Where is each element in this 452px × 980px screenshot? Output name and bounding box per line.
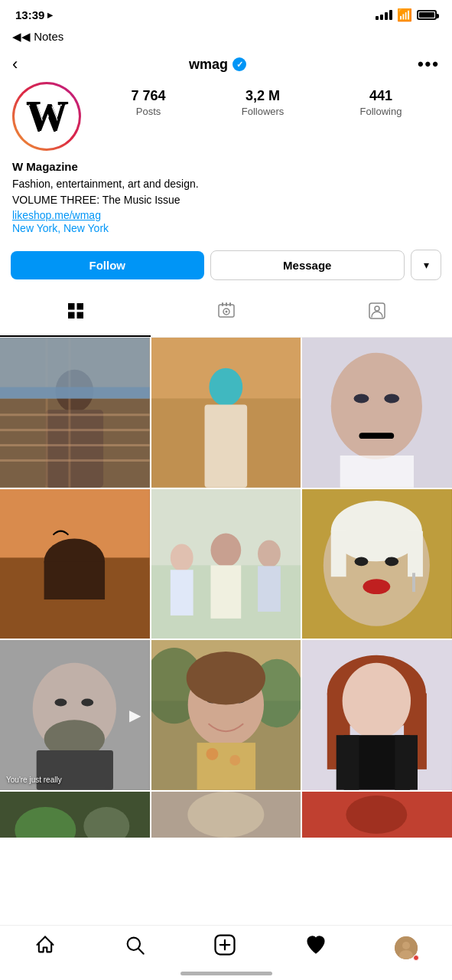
display-name: W Magazine — [12, 160, 440, 173]
nav-profile[interactable] — [395, 936, 418, 959]
svg-rect-18 — [0, 444, 150, 446]
status-bar: 13:39 ▸ 📶 — [0, 0, 452, 27]
followers-count: 3,2 M — [242, 88, 285, 104]
svg-rect-88 — [395, 736, 418, 791]
svg-rect-56 — [331, 531, 346, 577]
svg-rect-1 — [76, 303, 83, 310]
svg-rect-7 — [229, 302, 231, 306]
svg-point-60 — [363, 579, 391, 594]
followers-label: Followers — [242, 106, 285, 117]
bio-location: New York, New York — [12, 222, 440, 234]
svg-point-76 — [186, 652, 265, 705]
grid-item[interactable]: ▶ You're just really — [0, 640, 150, 790]
svg-rect-34 — [359, 433, 395, 439]
posts-count: 7 764 — [132, 88, 166, 104]
svg-point-79 — [229, 755, 240, 766]
message-button[interactable]: Message — [210, 250, 405, 280]
svg-rect-23 — [0, 387, 150, 399]
profile-header: ‹ wmag ✓ ••• — [0, 50, 452, 82]
svg-rect-77 — [197, 743, 255, 790]
svg-point-66 — [81, 699, 93, 707]
svg-line-97 — [138, 949, 143, 953]
nav-home[interactable] — [34, 934, 56, 961]
nav-likes[interactable] — [305, 934, 327, 961]
grid-item[interactable] — [151, 640, 301, 790]
grid-item[interactable] — [0, 792, 150, 838]
grid-item[interactable] — [302, 338, 452, 488]
avatar-letter: W — [27, 93, 67, 140]
svg-point-31 — [331, 353, 422, 459]
posts-stat[interactable]: 7 764 Posts — [132, 88, 166, 118]
video-caption: You're just really — [6, 776, 62, 784]
grid-item[interactable] — [151, 489, 301, 639]
svg-rect-2 — [68, 312, 75, 319]
followers-stat[interactable]: 3,2 M Followers — [242, 88, 285, 118]
svg-rect-61 — [412, 573, 415, 592]
tab-grid[interactable] — [0, 291, 151, 337]
more-options-button[interactable]: ••• — [418, 54, 440, 74]
photo-grid: ▶ You're just really — [0, 338, 452, 838]
grid-item[interactable] — [0, 338, 150, 488]
nav-add[interactable] — [213, 933, 236, 962]
bio-section: W Magazine Fashion, entertainment, art a… — [0, 160, 452, 243]
posts-label: Posts — [136, 106, 161, 117]
back-button[interactable]: ‹ — [12, 54, 18, 74]
grid-item[interactable] — [151, 792, 301, 838]
svg-point-43 — [170, 544, 193, 571]
home-icon — [34, 934, 56, 961]
search-icon — [124, 934, 145, 961]
svg-point-47 — [258, 540, 281, 567]
back-navigation[interactable]: ◀ ◀ Notes — [0, 27, 452, 50]
battery-icon — [417, 10, 437, 20]
svg-point-78 — [206, 748, 218, 760]
svg-rect-46 — [210, 565, 241, 619]
back-arrow: ◀ — [12, 30, 21, 44]
svg-point-32 — [354, 394, 369, 403]
wifi-icon: 📶 — [397, 8, 412, 22]
verified-badge: ✓ — [233, 57, 246, 71]
svg-point-85 — [343, 663, 411, 739]
svg-rect-87 — [337, 736, 359, 791]
svg-rect-16 — [0, 413, 150, 416]
more-dropdown-button[interactable]: ▾ — [411, 250, 441, 280]
svg-point-65 — [55, 699, 67, 707]
svg-rect-0 — [68, 303, 75, 310]
svg-rect-3 — [76, 312, 83, 319]
following-stat[interactable]: 441 Following — [359, 88, 402, 118]
content-tabs — [0, 291, 452, 338]
grid-item[interactable] — [151, 338, 301, 488]
grid-item[interactable] — [302, 640, 452, 790]
signal-icon — [376, 10, 392, 20]
tab-reels[interactable] — [151, 291, 301, 337]
svg-point-93 — [187, 792, 264, 838]
grid-item[interactable] — [302, 489, 452, 639]
svg-point-102 — [402, 942, 410, 949]
bio-line-2: VOLUME THREE: The Music Issue — [12, 192, 440, 208]
grid-item[interactable] — [0, 489, 150, 639]
tab-tagged[interactable] — [301, 291, 452, 337]
svg-point-27 — [209, 368, 242, 407]
svg-rect-19 — [0, 459, 150, 462]
svg-rect-57 — [408, 531, 423, 577]
status-time: 13:39 — [15, 8, 44, 21]
following-count: 441 — [359, 88, 402, 104]
profile-avatar[interactable]: W — [12, 82, 81, 151]
svg-point-9 — [225, 311, 227, 313]
profile-info-row: W 7 764 Posts 3,2 M Followers 441 Follow… — [0, 82, 452, 160]
heart-icon — [305, 934, 327, 961]
grid-item[interactable] — [302, 792, 452, 838]
nav-search[interactable] — [124, 934, 145, 961]
svg-point-58 — [355, 557, 369, 566]
svg-point-33 — [385, 394, 400, 403]
dropdown-chevron: ▾ — [424, 259, 429, 271]
play-button-icon: ▶ — [129, 706, 141, 724]
svg-point-11 — [375, 306, 379, 311]
svg-rect-5 — [222, 302, 223, 306]
action-buttons-row: Follow Message ▾ — [0, 243, 452, 291]
svg-rect-40 — [44, 561, 105, 599]
username-text: wmag — [189, 57, 228, 73]
svg-rect-6 — [226, 302, 227, 306]
follow-button[interactable]: Follow — [11, 251, 204, 279]
svg-point-59 — [385, 557, 399, 566]
bio-link[interactable]: likeshop.me/wmag — [12, 209, 101, 221]
